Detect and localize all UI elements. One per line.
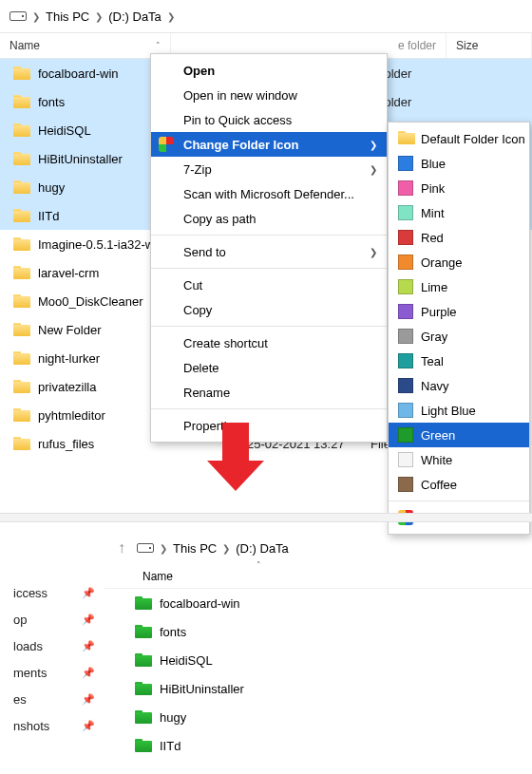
quick-access-panel: iccess📌op📌loads📌ments📌es📌nshots📌 <box>0 532 104 760</box>
breadcrumb-root[interactable]: This PC <box>173 541 217 556</box>
pin-icon: 📌 <box>82 587 95 599</box>
chevron-right-icon[interactable]: ❯ <box>222 543 230 554</box>
quick-access-item[interactable]: nshots📌 <box>0 712 104 739</box>
submenu-color-coffee[interactable]: Coffee <box>389 472 529 497</box>
menu-7zip[interactable]: 7-Zip❯ <box>151 157 387 181</box>
folder-icon <box>135 653 152 667</box>
menu-rename[interactable]: Rename <box>151 380 387 405</box>
quick-access-item[interactable]: iccess📌 <box>0 579 104 606</box>
color-swatch-icon <box>398 378 413 393</box>
submenu-color-purple[interactable]: Purple <box>389 299 529 324</box>
color-label: Gray <box>421 330 447 344</box>
file-name: New Folder <box>38 323 101 337</box>
submenu-color-lime[interactable]: Lime <box>389 274 529 299</box>
file-name: fonts <box>160 625 186 639</box>
color-swatch-icon <box>398 230 413 245</box>
qa-label: ments <box>13 666 47 680</box>
color-label: Coffee <box>421 478 457 492</box>
chevron-right-icon[interactable]: ❯ <box>160 543 167 554</box>
menu-create-shortcut[interactable]: Create shortcut <box>151 330 387 355</box>
breadcrumb-drive[interactable]: (D:) DaTa <box>236 541 289 556</box>
file-name: focalboard-win <box>160 596 240 611</box>
menu-copy[interactable]: Copy <box>151 297 387 322</box>
quick-access-item[interactable]: loads📌 <box>0 632 104 659</box>
submenu-color-mint[interactable]: Mint <box>389 200 529 225</box>
breadcrumb[interactable]: ❯ This PC ❯ (D:) DaTa ❯ <box>0 0 532 32</box>
table-row[interactable]: hugy <box>104 703 532 731</box>
color-swatch-icon <box>398 304 413 319</box>
color-label: Light Blue <box>421 404 476 418</box>
menu-defender[interactable]: Scan with Microsoft Defender... <box>151 181 387 206</box>
menu-pin-quick-access[interactable]: Pin to Quick access <box>151 107 387 132</box>
table-row[interactable]: focalboard-win <box>104 589 532 617</box>
sort-asc-icon: ˄ <box>256 560 261 570</box>
folder-icon <box>13 323 30 336</box>
color-swatch-icon <box>398 205 413 220</box>
submenu-default-icon[interactable]: Default Folder Icon <box>389 126 529 151</box>
menu-change-folder-icon[interactable]: Change Folder Icon ❯ <box>151 132 387 157</box>
submenu-color-green[interactable]: Green <box>389 423 529 447</box>
qa-label: iccess <box>13 586 48 600</box>
shield-icon <box>159 186 174 201</box>
menu-delete[interactable]: Delete <box>151 355 387 380</box>
chevron-right-icon[interactable]: ❯ <box>32 11 40 22</box>
chevron-right-icon: ❯ <box>370 247 377 257</box>
submenu-color-light-blue[interactable]: Light Blue <box>389 398 529 423</box>
file-name: pyhtmleditor <box>38 408 105 423</box>
file-list: focalboard-winfontsHeidiSQLHiBitUninstal… <box>104 589 532 760</box>
col-name[interactable]: Name <box>104 570 173 583</box>
folder-icon <box>13 351 30 365</box>
table-row[interactable]: HiBitUninstaller <box>104 674 532 703</box>
folder-icon <box>13 237 30 251</box>
col-name[interactable]: Name ˄ <box>0 33 171 58</box>
qa-label: nshots <box>13 719 49 733</box>
submenu-color-teal[interactable]: Teal <box>389 349 529 373</box>
color-swatch-icon <box>398 329 413 344</box>
menu-open[interactable]: Open <box>151 58 387 83</box>
submenu-color-orange[interactable]: Orange <box>389 250 529 274</box>
chevron-right-icon: ❯ <box>370 140 377 150</box>
menu-copy-as-path[interactable]: Copy as path <box>151 206 387 231</box>
color-swatch-icon <box>398 279 413 294</box>
submenu-color-pink[interactable]: Pink <box>389 176 529 200</box>
menu-open-new-window[interactable]: Open in new window <box>151 83 387 107</box>
explorer-after: iccess📌op📌loads📌ments📌es📌nshots📌 ↑ ❯ Thi… <box>0 513 532 760</box>
drive-icon <box>137 543 154 553</box>
menu-send-to[interactable]: Send to❯ <box>151 239 387 264</box>
folder-icon <box>13 180 30 194</box>
breadcrumb[interactable]: ↑ ❯ This PC ❯ (D:) DaTa <box>104 532 532 564</box>
chevron-right-icon[interactable]: ❯ <box>95 11 103 22</box>
menu-separator <box>389 500 529 501</box>
table-row[interactable]: fonts <box>104 617 532 646</box>
table-row[interactable]: HeidiSQL <box>104 646 532 674</box>
table-row[interactable]: IITd <box>104 731 532 760</box>
folder-icon <box>13 66 30 80</box>
breadcrumb-root[interactable]: This PC <box>46 9 89 24</box>
color-label: Green <box>421 428 455 443</box>
menu-separator <box>151 235 387 236</box>
menu-cut[interactable]: Cut <box>151 273 387 297</box>
app-icon <box>159 137 174 152</box>
submenu-color-blue[interactable]: Blue <box>389 151 529 176</box>
color-label: Orange <box>421 255 462 270</box>
submenu-color-navy[interactable]: Navy <box>389 373 529 398</box>
quick-access-item[interactable]: op📌 <box>0 606 104 632</box>
chevron-right-icon[interactable]: ❯ <box>167 11 175 22</box>
qa-label: loads <box>13 639 43 653</box>
submenu-color-white[interactable]: White <box>389 447 529 472</box>
file-name: rufus_files <box>38 437 94 451</box>
divider <box>0 513 532 522</box>
qa-label: op <box>13 613 27 627</box>
pin-icon: 📌 <box>82 667 95 679</box>
folder-icon <box>398 131 413 146</box>
color-swatch-icon <box>398 156 413 171</box>
quick-access-item[interactable]: es📌 <box>0 686 104 712</box>
breadcrumb-drive[interactable]: (D:) DaTa <box>108 9 162 24</box>
submenu-color-gray[interactable]: Gray <box>389 324 529 349</box>
menu-properties[interactable]: Properties <box>151 413 387 438</box>
col-size[interactable]: Size <box>446 33 532 58</box>
quick-access-item[interactable]: ments📌 <box>0 659 104 686</box>
submenu-color-red[interactable]: Red <box>389 225 529 250</box>
drive-icon <box>10 11 27 21</box>
up-icon[interactable]: ↑ <box>108 539 131 557</box>
